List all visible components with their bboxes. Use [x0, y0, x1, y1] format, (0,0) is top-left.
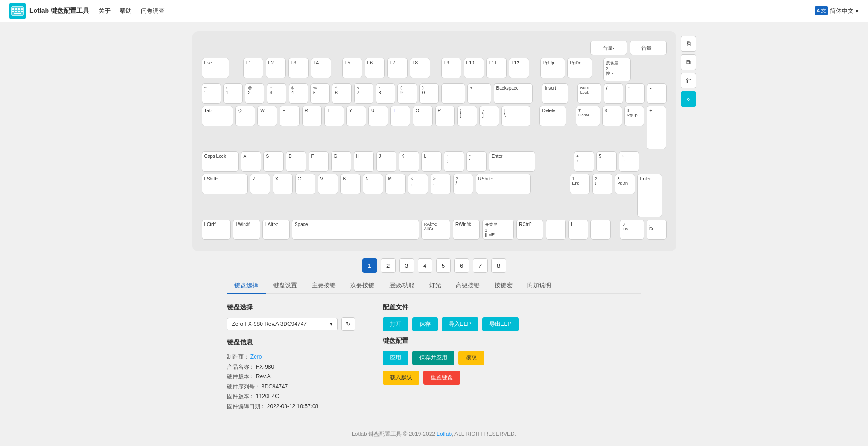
key-c[interactable]: C [295, 174, 315, 194]
delete-icon-btn[interactable]: 🗑 [681, 73, 696, 88]
key-v[interactable]: V [318, 174, 338, 194]
key-f5[interactable]: F5 [342, 58, 362, 78]
tab-notes[interactable]: 附加说明 [520, 278, 559, 294]
vol-minus-key[interactable]: 音量- [590, 41, 627, 55]
key-rctrl[interactable]: RCtrl^ [516, 220, 543, 240]
key-d[interactable]: D [286, 151, 306, 172]
key-o[interactable]: O [413, 106, 432, 126]
page-btn-1[interactable]: 1 [362, 258, 377, 273]
page-btn-3[interactable]: 3 [399, 258, 414, 273]
export-eep-button[interactable]: 导出EEP [482, 317, 519, 331]
copy1-icon-btn[interactable]: ⎘ [681, 36, 696, 52]
key-dash-r[interactable]: — [546, 220, 565, 240]
page-btn-6[interactable]: 6 [454, 258, 469, 273]
key-8[interactable]: *8 [376, 83, 395, 104]
key-1[interactable]: !1 [223, 83, 243, 104]
key-pgup[interactable]: PgUp [540, 58, 565, 78]
tab-macros[interactable]: 按键宏 [487, 278, 520, 294]
key-num-slash[interactable]: / [604, 83, 623, 104]
key-lshift[interactable]: LShift↑ [202, 174, 248, 194]
key-num-enter[interactable]: Enter [637, 174, 662, 217]
refresh-button[interactable]: ↻ [341, 317, 355, 331]
vol-plus-key[interactable]: 音量+ [630, 41, 667, 55]
nav-help[interactable]: 帮助 [120, 7, 132, 15]
key-m[interactable]: M [385, 174, 406, 194]
language-selector[interactable]: A 文 简体中文 ▾ [815, 6, 859, 15]
tab-keyboard-select[interactable]: 键盘选择 [227, 278, 266, 294]
key-num4[interactable]: 4← [574, 151, 594, 172]
key-num1[interactable]: 1End [570, 174, 590, 194]
key-pgdn[interactable]: PgDn [567, 58, 592, 78]
key-f2[interactable]: F2 [266, 58, 286, 78]
save-button[interactable]: 保存 [412, 317, 438, 331]
key-6[interactable]: ^6 [332, 83, 351, 104]
key-rev-layer[interactable]: 反转层 2 按下 [603, 58, 631, 81]
key-f[interactable]: F [309, 151, 329, 172]
page-btn-7[interactable]: 7 [473, 258, 488, 273]
key-rbrace[interactable]: }] [479, 106, 499, 126]
key-delete[interactable]: Delete [539, 106, 566, 126]
key-num8[interactable]: 8↑ [602, 106, 622, 126]
key-space[interactable]: Space [292, 220, 419, 240]
key-4[interactable]: $4 [289, 83, 308, 104]
tab-advanced-keys[interactable]: 高级按键 [449, 278, 487, 294]
key-lalt[interactable]: LAlt⌥ [262, 220, 290, 240]
read-button[interactable]: 读取 [458, 351, 484, 365]
key-num0[interactable]: 0Ins [620, 220, 644, 240]
key-b[interactable]: B [340, 174, 361, 194]
key-pipe[interactable]: |\ [501, 106, 530, 126]
page-btn-5[interactable]: 5 [436, 258, 451, 273]
key-backspace[interactable]: Backspace [494, 83, 533, 104]
key-period[interactable]: >. [431, 174, 451, 194]
key-f3[interactable]: F3 [288, 58, 309, 78]
key-num-dot[interactable]: .Del [647, 220, 666, 240]
page-btn-2[interactable]: 2 [381, 258, 396, 273]
nav-survey[interactable]: 问卷调查 [141, 7, 165, 15]
tab-secondary-keys[interactable]: 次要按键 [343, 278, 382, 294]
key-rwin[interactable]: RWin⌘ [453, 220, 480, 240]
expand-icon-btn[interactable]: » [681, 91, 696, 107]
key-k[interactable]: K [399, 151, 419, 172]
key-0[interactable]: )0 [419, 83, 439, 104]
key-f12[interactable]: F12 [509, 58, 529, 78]
key-q[interactable]: Q [235, 106, 255, 126]
key-tab[interactable]: Tab [202, 106, 233, 126]
key-f10[interactable]: F10 [464, 58, 484, 78]
page-btn-4[interactable]: 4 [418, 258, 432, 273]
key-7[interactable]: &7 [354, 83, 373, 104]
tab-lighting[interactable]: 灯光 [422, 278, 449, 294]
key-9[interactable]: (9 [397, 83, 417, 104]
key-quote[interactable]: "' [466, 151, 487, 172]
import-eep-button[interactable]: 导入EEP [442, 317, 478, 331]
key-num5[interactable]: 5 [596, 151, 617, 172]
key-t[interactable]: T [324, 106, 344, 126]
key-num2[interactable]: 2↓ [592, 174, 612, 194]
save-apply-button[interactable]: 保存并应用 [412, 351, 454, 365]
key-dash-r2[interactable]: — [590, 220, 610, 240]
key-lwin[interactable]: LWin⌘ [233, 220, 260, 240]
copy2-icon-btn[interactable]: ⧉ [681, 54, 696, 70]
key-f9[interactable]: F9 [441, 58, 461, 78]
open-button[interactable]: 打开 [383, 317, 408, 331]
key-num-minus[interactable]: - [647, 83, 666, 104]
key-num3[interactable]: 3PgDn [615, 174, 635, 194]
key-h[interactable]: H [354, 151, 374, 172]
key-g[interactable]: G [331, 151, 351, 172]
key-num9[interactable]: 9PgUp [624, 106, 644, 126]
key-lbrace[interactable]: {[ [457, 106, 477, 126]
key-tilde[interactable]: ~` [202, 83, 221, 104]
keyboard-dropdown[interactable]: Zero FX-980 Rev.A 3DC94747 ▾ [227, 318, 338, 330]
tab-layer-function[interactable]: 层级/功能 [382, 278, 422, 294]
key-e[interactable]: E [280, 106, 299, 126]
key-esc[interactable]: Esc [202, 58, 229, 78]
key-5[interactable]: %5 [310, 83, 330, 104]
key-equals[interactable]: += [467, 83, 491, 104]
key-num7[interactable]: 7Home [576, 106, 600, 126]
key-layer3[interactable]: 开关层3‖ ME… [482, 220, 514, 240]
key-n[interactable]: N [363, 174, 383, 194]
key-w[interactable]: W [257, 106, 277, 126]
key-l[interactable]: L [421, 151, 442, 172]
key-f4[interactable]: F4 [311, 58, 331, 78]
key-num-star[interactable]: * [625, 83, 645, 104]
key-rshift[interactable]: RShift↑ [476, 174, 531, 194]
